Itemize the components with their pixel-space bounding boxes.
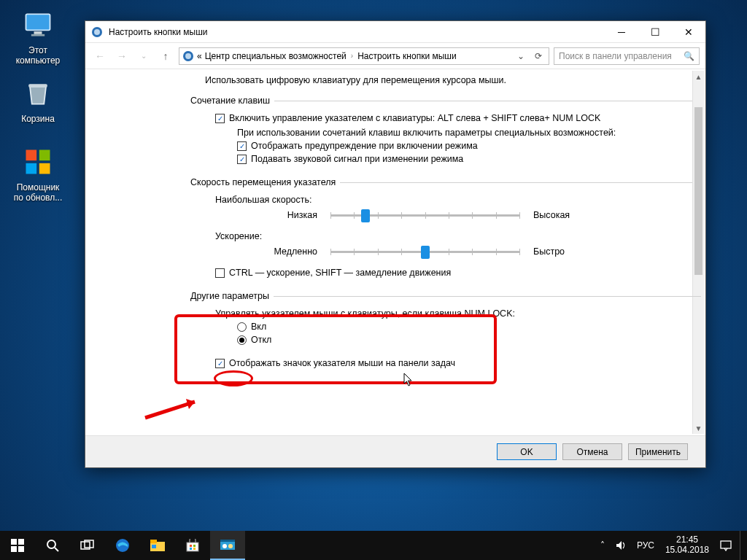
svg-point-11 xyxy=(185,53,191,59)
svg-rect-6 xyxy=(26,163,37,174)
svg-rect-27 xyxy=(190,548,192,550)
breadcrumb-parent[interactable]: Центр специальных возможностей xyxy=(205,51,347,61)
desktop-icon-label: Помощник по обновл... xyxy=(9,182,67,203)
nav-forward-button[interactable]: → xyxy=(113,47,131,65)
maximize-button[interactable]: ☐ xyxy=(638,21,672,42)
tray-volume-icon[interactable] xyxy=(610,531,632,560)
checkbox-label: CTRL — ускорение, SHIFT — замедление дви… xyxy=(229,268,451,278)
annotation-red-arrow xyxy=(144,396,209,421)
search-placeholder: Поиск в панели управления xyxy=(559,51,672,61)
control-panel-icon xyxy=(91,26,103,38)
slider-thumb[interactable] xyxy=(361,209,370,222)
desktop-icon-label: Корзина xyxy=(9,114,67,124)
group-other-params: Другие параметры Управлять указателем мы… xyxy=(190,291,701,371)
refresh-button[interactable]: ⟳ xyxy=(531,51,546,61)
numlock-subhead: Управлять указателем мыши с клавиатуры, … xyxy=(215,308,701,319)
tray-clock[interactable]: 21:45 15.04.2018 xyxy=(659,535,715,556)
checkbox-show-tray-icon[interactable] xyxy=(215,359,225,368)
windows-update-icon xyxy=(20,144,55,179)
tray-date: 15.04.2018 xyxy=(665,545,709,556)
tray-overflow-button[interactable]: ˄ xyxy=(595,531,610,560)
checkbox-show-warning[interactable] xyxy=(237,141,247,151)
nav-recent-dropdown[interactable]: ⌄ xyxy=(135,47,152,65)
chevron-right-icon: › xyxy=(349,52,355,60)
desktop-icon-recycle-bin[interactable]: Корзина xyxy=(9,76,67,124)
slider-high-label: Высокая xyxy=(533,210,570,220)
address-bar[interactable]: « Центр специальных возможностей › Настр… xyxy=(179,47,549,65)
address-dropdown[interactable]: ⌄ xyxy=(514,51,528,61)
acceleration-slider[interactable] xyxy=(330,244,520,259)
minimize-button[interactable]: ─ xyxy=(605,21,638,42)
svg-rect-33 xyxy=(721,541,731,548)
titlebar[interactable]: Настроить кнопки мыши ─ ☐ ✕ xyxy=(85,21,705,43)
desktop-icon-update-helper[interactable]: Помощник по обновл... xyxy=(9,144,67,203)
desktop-icon-label: Этот компьютер xyxy=(9,45,67,66)
tray-language[interactable]: РУС xyxy=(632,531,659,560)
close-button[interactable]: ✕ xyxy=(672,21,705,42)
svg-rect-15 xyxy=(18,546,24,552)
acceleration-label: Ускорение: xyxy=(215,231,701,241)
search-input[interactable]: Поиск в панели управления 🔍 xyxy=(554,47,700,65)
taskbar-edge[interactable] xyxy=(105,531,140,560)
svg-rect-26 xyxy=(193,545,196,547)
checkbox-label: Подавать звуковой сигнал при изменении р… xyxy=(251,154,463,164)
cancel-button[interactable]: Отмена xyxy=(562,443,622,460)
start-button[interactable] xyxy=(0,531,35,560)
system-tray: ˄ РУС 21:45 15.04.2018 xyxy=(595,531,747,560)
radio-numlock-off[interactable] xyxy=(237,335,247,345)
group-legend: Скорость перемещения указателя xyxy=(190,177,336,187)
scroll-thumb[interactable] xyxy=(694,107,703,275)
checkbox-play-sound[interactable] xyxy=(237,155,247,164)
content-area: ▲ ▼ Использовать цифровую клавиатуру для… xyxy=(85,69,705,435)
svg-point-32 xyxy=(228,544,233,548)
taskbar-control-panel[interactable] xyxy=(210,531,245,560)
checkbox-ctrl-shift[interactable] xyxy=(215,268,225,278)
svg-rect-7 xyxy=(39,163,50,174)
recycle-bin-icon xyxy=(20,76,55,111)
svg-rect-24 xyxy=(187,542,198,551)
dialog-button-row: OK Отмена Применить xyxy=(85,435,705,467)
cursor-icon xyxy=(403,373,414,390)
slider-low-label: Низкая xyxy=(237,210,317,220)
breadcrumb-root[interactable]: « xyxy=(197,51,202,61)
svg-point-9 xyxy=(94,29,100,35)
svg-rect-3 xyxy=(28,84,47,88)
taskbar[interactable]: ˄ РУС 21:45 15.04.2018 xyxy=(0,531,747,560)
svg-point-16 xyxy=(47,540,55,548)
control-panel-window: Настроить кнопки мыши ─ ☐ ✕ ← → ⌄ ↑ « Це… xyxy=(85,20,706,468)
desktop: Этот компьютер Корзина Помощник по обнов… xyxy=(0,0,747,560)
scroll-down-icon[interactable]: ▼ xyxy=(693,422,704,434)
checkbox-label: Отображать предупреждение при включении … xyxy=(251,141,478,151)
tray-time: 21:45 xyxy=(665,535,709,545)
svg-rect-2 xyxy=(31,34,44,36)
taskbar-search-button[interactable] xyxy=(35,531,70,560)
nav-back-button[interactable]: ← xyxy=(91,47,109,65)
intro-text: Использовать цифровую клавиатуру для пер… xyxy=(205,75,685,85)
vertical-scrollbar[interactable]: ▲ ▼ xyxy=(692,71,704,434)
taskbar-store[interactable] xyxy=(175,531,210,560)
show-desktop-button[interactable] xyxy=(740,531,744,560)
taskbar-explorer[interactable] xyxy=(140,531,175,560)
svg-rect-28 xyxy=(193,548,196,550)
scroll-up-icon[interactable]: ▲ xyxy=(693,71,704,82)
svg-rect-4 xyxy=(26,150,37,161)
slider-thumb[interactable] xyxy=(421,246,430,259)
ok-button[interactable]: OK xyxy=(497,443,557,460)
radio-numlock-on[interactable] xyxy=(237,322,247,332)
checkbox-enable-mousekeys[interactable] xyxy=(215,114,225,123)
top-speed-slider[interactable] xyxy=(330,208,520,222)
svg-rect-22 xyxy=(150,540,157,543)
svg-rect-23 xyxy=(152,545,156,548)
nav-up-button[interactable]: ↑ xyxy=(157,47,174,65)
breadcrumb-current[interactable]: Настроить кнопки мыши xyxy=(357,51,457,61)
group-legend: Сочетание клавиш xyxy=(190,96,270,106)
desktop-icon-this-pc[interactable]: Этот компьютер xyxy=(9,7,67,66)
task-view-button[interactable] xyxy=(70,531,105,560)
svg-line-17 xyxy=(55,548,58,551)
apply-button[interactable]: Применить xyxy=(628,443,688,460)
group-legend: Другие параметры xyxy=(190,291,269,301)
checkbox-label: Включить управление указателем с клавиат… xyxy=(229,113,600,123)
top-speed-label: Наибольшая скорость: xyxy=(215,195,701,205)
svg-point-31 xyxy=(222,544,227,548)
action-center-button[interactable] xyxy=(715,531,737,560)
